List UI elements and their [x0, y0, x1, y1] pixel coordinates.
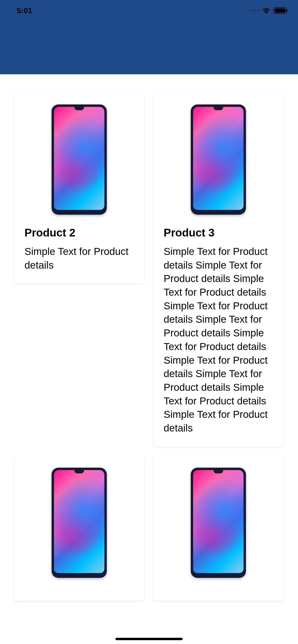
product-card[interactable]: Product 2 Simple Text for Product detail… [14, 93, 144, 284]
home-indicator[interactable] [115, 638, 183, 640]
phone-mockup-icon [191, 468, 246, 578]
product-title: Product 3 [164, 226, 273, 239]
product-description: Simple Text for Product details [25, 245, 134, 272]
product-image [164, 468, 273, 578]
product-description: Simple Text for Product details Simple T… [164, 245, 273, 435]
product-image [25, 104, 134, 215]
product-title: Product 2 [25, 226, 134, 239]
product-card[interactable] [14, 456, 144, 601]
status-bar: 5:01 [0, 0, 298, 21]
app-header [0, 21, 298, 74]
cellular-signal-icon [250, 10, 259, 11]
status-indicators [250, 7, 286, 14]
product-image [25, 468, 134, 578]
main-content[interactable]: Product 2 Simple Text for Product detail… [0, 74, 298, 644]
product-grid: Product 2 Simple Text for Product detail… [14, 93, 284, 601]
phone-mockup-icon [191, 104, 246, 215]
phone-mockup-icon [52, 104, 107, 215]
product-card[interactable] [154, 456, 283, 601]
battery-icon [273, 7, 286, 14]
phone-mockup-icon [52, 468, 107, 578]
wifi-icon [262, 7, 271, 14]
status-time: 5:01 [17, 6, 32, 15]
product-card[interactable]: Product 3 Simple Text for Product detail… [154, 93, 283, 446]
product-image [164, 104, 273, 215]
